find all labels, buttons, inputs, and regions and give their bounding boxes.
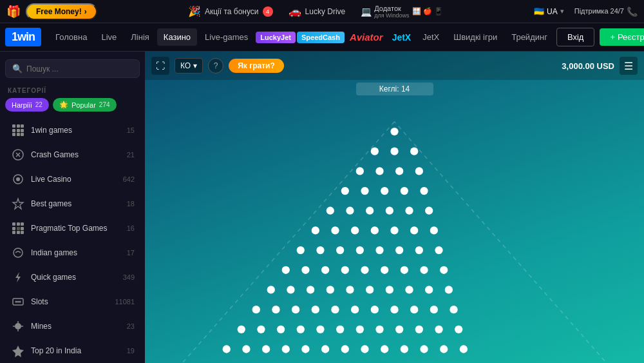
how-to-play-button[interactable]: Як грати? [229, 59, 284, 73]
svg-point-88 [375, 326, 383, 333]
svg-point-58 [420, 266, 428, 274]
game-select[interactable]: КО ▾ [175, 58, 203, 74]
search-box[interactable]: 🔍 [5, 59, 140, 78]
svg-point-84 [297, 326, 305, 333]
svg-point-31 [346, 207, 354, 215]
tag-count: 274 [99, 101, 110, 108]
sidebar-item-indian-games[interactable]: Indian games 17 [3, 240, 142, 265]
svg-point-24 [415, 167, 423, 175]
svg-point-87 [356, 326, 364, 333]
svg-point-21 [356, 167, 364, 175]
addon-text: Додаток для Windows [374, 5, 409, 19]
sidebar-count-indian-games: 17 [127, 249, 135, 257]
game-menu-button[interactable]: ☰ [620, 57, 638, 75]
nav-aviator[interactable]: Aviator [346, 32, 387, 43]
chevron-down-icon: ▾ [193, 61, 197, 70]
sidebar-item-1win-games[interactable]: 1win games 15 [3, 118, 142, 142]
promo-bar-center: 🎉 Акції та бонуси 4 🚗 Lucky Drive 💻 Дода… [110, 5, 521, 19]
nav-casino[interactable]: Казино [157, 28, 197, 46]
svg-point-83 [277, 326, 285, 333]
help-button[interactable]: ? [208, 58, 223, 74]
sidebar-item-top20-india[interactable]: Top 20 in India 19 [3, 338, 142, 363]
support-item[interactable]: Підтримка 24/7 📞 [574, 6, 638, 17]
sidebar-label-top20-india: Top 20 in India [31, 346, 122, 355]
sidebar-count-quick-games: 349 [123, 273, 135, 281]
promo-bar: 🎁 Free Money! › 🎉 Акції та бонуси 4 🚗 Lu… [0, 0, 644, 23]
svg-point-76 [371, 306, 379, 313]
search-input[interactable] [26, 64, 133, 74]
svg-point-26 [361, 187, 368, 195]
nav-quick-games[interactable]: JetX [416, 28, 446, 46]
live-casino-icon [10, 172, 26, 187]
tag-harpiïi[interactable]: Harpiïi 22 [5, 98, 49, 112]
sidebar-label-crash-games: Crash Games [31, 150, 122, 159]
tag-count: 22 [35, 101, 43, 108]
fullscreen-button[interactable]: ⛶ [151, 57, 169, 75]
svg-point-40 [390, 226, 398, 234]
sidebar-item-best-games[interactable]: Best games 18 [3, 191, 142, 216]
language-selector[interactable]: 🇺🇦 UA ▾ [534, 6, 564, 16]
promo-bar-right: 🇺🇦 UA ▾ Підтримка 24/7 📞 [534, 6, 638, 17]
nav-home[interactable]: Головна [49, 28, 93, 46]
bonus-label: Акції та бонуси [205, 7, 259, 16]
lucky-drive-item[interactable]: 🚗 Lucky Drive [289, 5, 346, 17]
svg-point-11 [15, 323, 21, 329]
sidebar-item-mines[interactable]: Mines 23 [3, 314, 142, 338]
nav-linia[interactable]: Лінія [124, 28, 156, 46]
svg-point-51 [282, 266, 290, 274]
sidebar-count-1win-games: 15 [127, 126, 135, 134]
nav-live-games[interactable]: Live-games [198, 28, 254, 46]
svg-point-92 [455, 326, 462, 333]
sidebar-label-quick-games: Quick games [31, 273, 118, 282]
svg-point-104 [440, 345, 448, 353]
svg-point-81 [238, 326, 245, 333]
svg-point-60 [267, 286, 275, 293]
bonus-promo-item[interactable]: 🎉 Акції та бонуси 4 [188, 5, 273, 17]
addon-item[interactable]: 💻 Додаток для Windows 🪟 🍎 📱 [361, 5, 443, 19]
svg-point-91 [435, 326, 442, 333]
question-mark-icon: ? [214, 61, 218, 70]
svg-point-57 [401, 266, 408, 274]
svg-point-61 [287, 286, 294, 293]
svg-point-28 [401, 187, 408, 195]
svg-point-85 [316, 326, 324, 333]
nav-live[interactable]: Live [95, 28, 123, 46]
svg-point-101 [381, 345, 388, 353]
plus-icon: + [610, 32, 615, 42]
addon-label: Додаток [374, 5, 409, 12]
nav-luckyjet[interactable]: LuckyJet [256, 32, 296, 43]
sidebar-item-slots[interactable]: Slots 11081 [3, 289, 142, 314]
svg-point-77 [390, 306, 398, 313]
sidebar-item-live-casino[interactable]: Live Casino 642 [3, 167, 142, 191]
svg-point-44 [316, 246, 324, 254]
svg-point-23 [395, 167, 403, 175]
svg-point-36 [312, 226, 319, 234]
nav-trading[interactable]: Швидкі ігри [447, 28, 504, 46]
svg-point-68 [425, 286, 433, 293]
svg-point-43 [297, 246, 305, 254]
free-money-button[interactable]: Free Money! › [26, 3, 97, 20]
svg-point-29 [420, 187, 428, 195]
svg-point-22 [375, 167, 383, 175]
svg-marker-5 [13, 199, 23, 209]
bonus-badge: 4 [263, 6, 273, 17]
svg-point-25 [341, 187, 349, 195]
tag-popular[interactable]: 🌟 Popular 274 [53, 98, 117, 112]
login-button[interactable]: Вхід [556, 28, 595, 46]
logo[interactable]: 1win [5, 28, 41, 46]
register-label: Реєстрація [618, 32, 644, 42]
svg-point-20 [410, 148, 418, 155]
svg-point-47 [375, 246, 383, 254]
svg-point-62 [307, 286, 314, 293]
nav-more[interactable]: Трейдинг [505, 28, 554, 46]
sidebar-item-pragmatic[interactable]: Pragmatic Top Games 16 [3, 216, 142, 240]
nav-jetx[interactable]: JetX [388, 32, 415, 43]
sidebar-item-crash-games[interactable]: Crash Games 21 [3, 142, 142, 167]
register-button[interactable]: + Реєстрація [600, 28, 644, 46]
svg-point-53 [321, 266, 329, 274]
sidebar-item-quick-games[interactable]: Quick games 349 [3, 265, 142, 289]
svg-point-73 [312, 306, 319, 313]
nav-speedcash[interactable]: SpeedCash [297, 32, 345, 43]
pins-label: Кеглі: 14 [356, 83, 433, 95]
svg-point-49 [415, 246, 423, 254]
